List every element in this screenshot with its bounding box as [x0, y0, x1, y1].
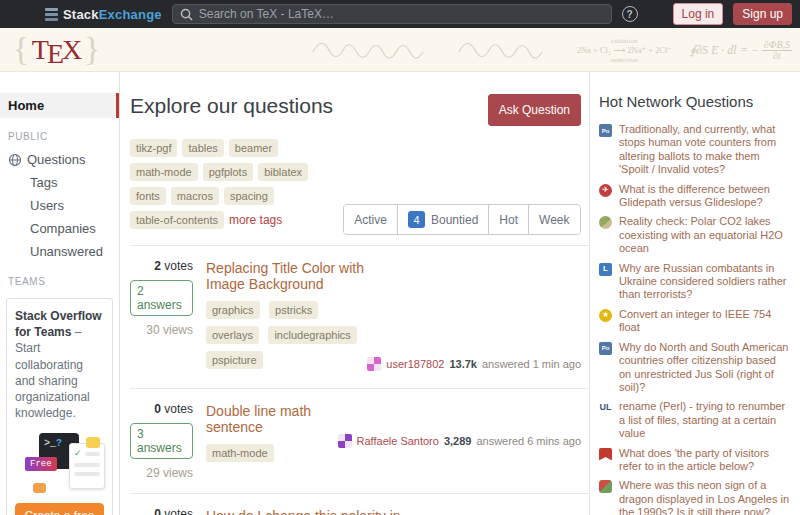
sidebar-item-companies[interactable]: Companies: [0, 217, 119, 240]
filter-tags: tikz-pgf tables beamer math-mode pgfplot…: [130, 139, 343, 235]
chemistry-equation: oxidation 2Na + Cl₂ ⟶ 2Na⁺ + 2Cl⁻ reduct…: [577, 37, 672, 63]
hot-network-title: Hot Network Questions: [599, 93, 789, 110]
top-bar: StackExchange ? Log in Sign up: [0, 0, 800, 28]
tab-week[interactable]: Week: [528, 205, 579, 234]
tag-pill[interactable]: spacing: [224, 187, 274, 205]
reputation: 13.7k: [449, 358, 477, 370]
tag-pill[interactable]: biblatex: [258, 163, 308, 181]
user-link[interactable]: user187802: [386, 358, 444, 370]
main-content: Explore our questions Ask Question tikz-…: [120, 72, 590, 515]
teams-card-body: – Start collaborating and sharing organi…: [15, 325, 90, 420]
stackexchange-logo-icon: [45, 8, 58, 21]
sidebar-item-unanswered[interactable]: Unanswered: [0, 240, 119, 263]
help-icon[interactable]: ?: [622, 6, 638, 22]
site-icon-aviation: ✈: [599, 184, 612, 197]
hot-question: Reality check: Polar CO2 lakes coexistin…: [599, 215, 789, 255]
tag-pill[interactable]: math-mode: [130, 163, 198, 181]
hot-question-link[interactable]: Traditionally, and currently, what stops…: [619, 123, 789, 177]
header-background-formulas: oxidation 2Na + Cl₂ ⟶ 2Na⁺ + 2Cl⁻ reduct…: [309, 28, 792, 72]
user-link[interactable]: Raffaele Santoro: [357, 435, 439, 447]
tag-pill[interactable]: beamer: [229, 139, 278, 157]
free-badge: Free: [25, 457, 57, 471]
tag-pill[interactable]: pspicture: [206, 351, 263, 369]
question-row: 2 votes 2 answers 30 views Replacing Tit…: [130, 246, 589, 389]
more-tags-link[interactable]: more tags: [229, 213, 282, 227]
question-row: 0 votes 1 answer 11 views How do I chang…: [130, 494, 589, 515]
search-input[interactable]: [199, 7, 604, 21]
maxwell-equation: ∮∂S E · dl = − ∂ΦB,S∂t: [690, 39, 792, 62]
tag-pill[interactable]: math-mode: [206, 444, 274, 462]
tex-site-logo[interactable]: { TEX }: [13, 33, 100, 66]
sidebar-item-home[interactable]: Home: [0, 93, 119, 118]
create-team-button[interactable]: Create a free Team: [15, 503, 104, 515]
question-title-link[interactable]: Double line math sentence: [206, 403, 338, 435]
hot-question-link[interactable]: What is the difference between Glidepath…: [619, 183, 789, 210]
stackexchange-logo-text: StackExchange: [63, 7, 162, 22]
tag-pill[interactable]: tables: [182, 139, 223, 157]
decorative-script: [309, 34, 559, 66]
question-tags: math-mode: [206, 443, 338, 468]
tex-logo-text: TEX: [32, 34, 81, 66]
hot-question-link[interactable]: Why are Russian combatants in Ukraine co…: [619, 262, 789, 302]
hot-question: What does 'the party of visitors refer t…: [599, 447, 789, 474]
site-icon-worldbuilding: [599, 216, 612, 229]
page-title: Explore our questions: [130, 94, 333, 118]
sidebar-section-public: PUBLIC: [0, 118, 119, 148]
hot-question: ★ Convert an integer to IEEE 754 float: [599, 308, 789, 335]
search-bar: [172, 4, 612, 24]
tab-bountied[interactable]: 4Bountied: [397, 205, 488, 234]
avatar[interactable]: [338, 434, 352, 448]
left-sidebar: Home PUBLIC Questions Tags Users Compani…: [0, 72, 120, 515]
tag-pill[interactable]: tikz-pgf: [130, 139, 177, 157]
question-attribution: Raffaele Santoro 3,289 answered 6 mins a…: [338, 434, 585, 448]
hot-question-link[interactable]: rename (Perl) - trying to renumber a lis…: [619, 400, 789, 440]
tag-pill[interactable]: pstricks: [269, 301, 318, 319]
hot-question: L Why are Russian combatants in Ukraine …: [599, 262, 789, 302]
tab-month[interactable]: Month: [580, 205, 582, 234]
logo-brace-right: }: [84, 33, 100, 66]
hot-question-link[interactable]: Reality check: Polar CO2 lakes coexistin…: [619, 215, 789, 255]
question-body: Replacing Title Color with Image Backgro…: [206, 259, 367, 375]
question-title-link[interactable]: How do I change this polarity in VSource…: [206, 508, 403, 515]
vote-count: 0 votes: [154, 507, 193, 515]
action-time: answered 1 min ago: [482, 358, 581, 370]
site-switcher-icon[interactable]: [648, 8, 663, 20]
hot-question-link[interactable]: Where was this neon sign of a dragon dis…: [619, 479, 789, 515]
tag-pill[interactable]: includegraphics: [268, 326, 356, 344]
tab-hot[interactable]: Hot: [488, 205, 528, 234]
tag-pill[interactable]: pgfplots: [203, 163, 254, 181]
tag-pill[interactable]: fonts: [130, 187, 166, 205]
site-icon-politics: Po: [599, 342, 612, 355]
hot-question-link[interactable]: Why do North and South American countrie…: [619, 341, 789, 395]
question-body: How do I change this polarity in VSource…: [206, 507, 403, 515]
stackexchange-logo[interactable]: StackExchange: [45, 7, 162, 22]
signup-button[interactable]: Sign up: [733, 3, 792, 25]
tag-pill[interactable]: graphics: [206, 301, 260, 319]
sidebar-item-users[interactable]: Users: [0, 194, 119, 217]
answer-count-badge: 3 answers: [130, 423, 193, 459]
login-button[interactable]: Log in: [673, 3, 724, 25]
tag-pill[interactable]: overlays: [206, 326, 259, 344]
ask-question-button[interactable]: Ask Question: [488, 94, 581, 126]
hot-question-link[interactable]: Convert an integer to IEEE 754 float: [619, 308, 789, 335]
sidebar-item-questions[interactable]: Questions: [0, 148, 119, 171]
sidebar-item-tags[interactable]: Tags: [0, 171, 119, 194]
logo-brace-left: {: [13, 33, 29, 66]
tag-pill[interactable]: macros: [171, 187, 219, 205]
tab-active[interactable]: Active: [344, 205, 397, 234]
hot-network-questions: Hot Network Questions Po Traditionally, …: [590, 72, 799, 515]
sort-tabs: Active 4Bountied Hot Week Month: [343, 204, 581, 235]
tag-pill[interactable]: table-of-contents: [130, 211, 224, 229]
site-icon-codegolf: ★: [599, 309, 612, 322]
globe-icon: [8, 153, 22, 167]
hot-question: UL rename (Perl) - trying to renumber a …: [599, 400, 789, 440]
site-header: { TEX } oxidation 2Na + Cl₂ ⟶ 2Na⁺ + 2Cl…: [0, 28, 800, 72]
question-title-link[interactable]: Replacing Title Color with Image Backgro…: [206, 260, 367, 292]
avatar[interactable]: [367, 357, 381, 371]
reputation: 3,289: [444, 435, 472, 447]
hot-question-link[interactable]: What does 'the party of visitors refer t…: [619, 447, 789, 474]
vote-count: 2 votes: [154, 259, 193, 273]
speech-bubble-icon: [86, 437, 100, 448]
view-count: 30 views: [146, 323, 193, 337]
vote-count: 0 votes: [154, 402, 193, 416]
